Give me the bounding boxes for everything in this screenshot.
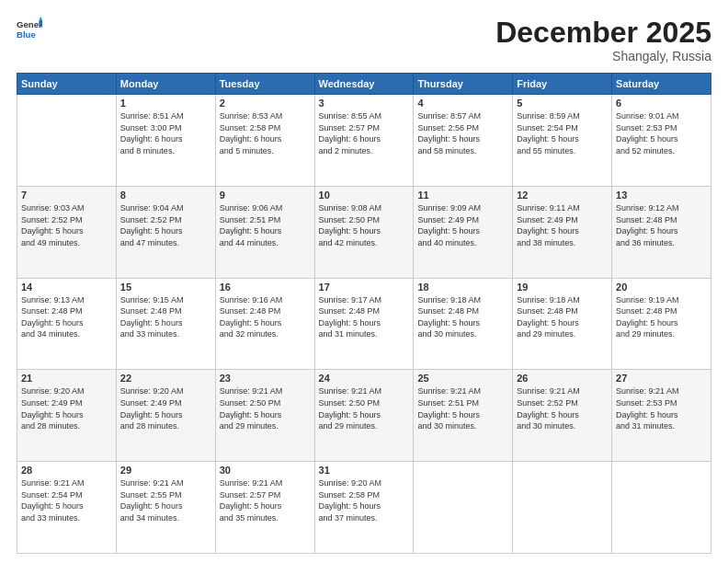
cell-info: Sunrise: 9:21 AM Sunset: 2:51 PM Dayligh… — [417, 385, 508, 431]
calendar-cell: 8Sunrise: 9:04 AM Sunset: 2:52 PM Daylig… — [116, 186, 215, 278]
col-friday: Friday — [513, 74, 612, 95]
cell-info: Sunrise: 9:21 AM Sunset: 2:50 PM Dayligh… — [319, 385, 410, 431]
calendar-cell: 9Sunrise: 9:06 AM Sunset: 2:51 PM Daylig… — [215, 186, 314, 278]
page: General Blue December 2025 Shangaly, Rus… — [0, 0, 728, 563]
col-wednesday: Wednesday — [314, 74, 414, 95]
calendar-cell: 22Sunrise: 9:20 AM Sunset: 2:49 PM Dayli… — [116, 370, 215, 462]
calendar-week-row: 28Sunrise: 9:21 AM Sunset: 2:54 PM Dayli… — [17, 462, 711, 554]
day-number: 29 — [120, 465, 211, 476]
day-number: 27 — [616, 373, 707, 384]
calendar-cell: 29Sunrise: 9:21 AM Sunset: 2:55 PM Dayli… — [116, 462, 215, 554]
calendar-cell: 12Sunrise: 9:11 AM Sunset: 2:49 PM Dayli… — [513, 186, 612, 278]
calendar-week-row: 7Sunrise: 9:03 AM Sunset: 2:52 PM Daylig… — [17, 186, 711, 278]
day-number: 22 — [120, 373, 211, 384]
day-number: 31 — [319, 465, 410, 476]
cell-info: Sunrise: 9:16 AM Sunset: 2:48 PM Dayligh… — [220, 294, 311, 340]
calendar-cell: 4Sunrise: 8:57 AM Sunset: 2:56 PM Daylig… — [414, 95, 513, 187]
calendar-cell: 16Sunrise: 9:16 AM Sunset: 2:48 PM Dayli… — [215, 278, 314, 370]
calendar-cell: 30Sunrise: 9:21 AM Sunset: 2:57 PM Dayli… — [215, 462, 314, 554]
day-number: 9 — [220, 190, 311, 201]
day-number: 5 — [517, 98, 608, 109]
cell-info: Sunrise: 9:18 AM Sunset: 2:48 PM Dayligh… — [517, 294, 608, 340]
cell-info: Sunrise: 9:18 AM Sunset: 2:48 PM Dayligh… — [417, 294, 508, 340]
col-saturday: Saturday — [612, 74, 711, 95]
day-number: 15 — [120, 282, 211, 293]
cell-info: Sunrise: 9:19 AM Sunset: 2:48 PM Dayligh… — [616, 294, 707, 340]
day-number: 23 — [220, 373, 311, 384]
calendar-week-row: 1Sunrise: 8:51 AM Sunset: 3:00 PM Daylig… — [17, 95, 711, 187]
cell-info: Sunrise: 9:15 AM Sunset: 2:48 PM Dayligh… — [120, 294, 211, 340]
day-number: 28 — [21, 465, 112, 476]
day-number: 16 — [220, 282, 311, 293]
col-monday: Monday — [116, 74, 215, 95]
calendar-week-row: 14Sunrise: 9:13 AM Sunset: 2:48 PM Dayli… — [17, 278, 711, 370]
cell-info: Sunrise: 9:08 AM Sunset: 2:50 PM Dayligh… — [319, 202, 410, 248]
cell-info: Sunrise: 8:51 AM Sunset: 3:00 PM Dayligh… — [120, 110, 211, 156]
month-title: December 2025 — [495, 17, 711, 49]
day-number: 8 — [120, 190, 211, 201]
cell-info: Sunrise: 9:11 AM Sunset: 2:49 PM Dayligh… — [517, 202, 608, 248]
col-sunday: Sunday — [17, 74, 117, 95]
calendar-cell: 1Sunrise: 8:51 AM Sunset: 3:00 PM Daylig… — [116, 95, 215, 187]
calendar-cell: 17Sunrise: 9:17 AM Sunset: 2:48 PM Dayli… — [314, 278, 414, 370]
calendar-cell: 21Sunrise: 9:20 AM Sunset: 2:49 PM Dayli… — [17, 370, 117, 462]
day-number: 21 — [21, 373, 112, 384]
svg-marker-3 — [40, 17, 43, 20]
title-block: December 2025 Shangaly, Russia — [495, 17, 711, 63]
cell-info: Sunrise: 9:20 AM Sunset: 2:58 PM Dayligh… — [319, 477, 410, 523]
calendar-cell — [414, 462, 513, 554]
calendar-cell: 3Sunrise: 8:55 AM Sunset: 2:57 PM Daylig… — [314, 95, 414, 187]
svg-text:General: General — [17, 19, 42, 29]
cell-info: Sunrise: 9:21 AM Sunset: 2:57 PM Dayligh… — [220, 477, 311, 523]
day-number: 7 — [21, 190, 112, 201]
cell-info: Sunrise: 9:17 AM Sunset: 2:48 PM Dayligh… — [319, 294, 410, 340]
col-tuesday: Tuesday — [215, 74, 314, 95]
day-number: 30 — [220, 465, 311, 476]
day-number: 17 — [319, 282, 410, 293]
calendar-cell: 20Sunrise: 9:19 AM Sunset: 2:48 PM Dayli… — [612, 278, 711, 370]
day-number: 10 — [319, 190, 410, 201]
day-number: 18 — [417, 282, 508, 293]
day-number: 20 — [616, 282, 707, 293]
cell-info: Sunrise: 9:20 AM Sunset: 2:49 PM Dayligh… — [21, 385, 112, 431]
cell-info: Sunrise: 9:21 AM Sunset: 2:53 PM Dayligh… — [616, 385, 707, 431]
calendar-cell: 7Sunrise: 9:03 AM Sunset: 2:52 PM Daylig… — [17, 186, 117, 278]
cell-info: Sunrise: 9:21 AM Sunset: 2:55 PM Dayligh… — [120, 477, 211, 523]
calendar-cell: 28Sunrise: 9:21 AM Sunset: 2:54 PM Dayli… — [17, 462, 117, 554]
calendar-cell: 18Sunrise: 9:18 AM Sunset: 2:48 PM Dayli… — [414, 278, 513, 370]
calendar-cell: 15Sunrise: 9:15 AM Sunset: 2:48 PM Dayli… — [116, 278, 215, 370]
cell-info: Sunrise: 8:53 AM Sunset: 2:58 PM Dayligh… — [220, 110, 311, 156]
calendar-cell — [513, 462, 612, 554]
cell-info: Sunrise: 8:59 AM Sunset: 2:54 PM Dayligh… — [517, 110, 608, 156]
calendar-cell: 11Sunrise: 9:09 AM Sunset: 2:49 PM Dayli… — [414, 186, 513, 278]
calendar-cell: 25Sunrise: 9:21 AM Sunset: 2:51 PM Dayli… — [414, 370, 513, 462]
calendar-cell: 10Sunrise: 9:08 AM Sunset: 2:50 PM Dayli… — [314, 186, 414, 278]
day-number: 6 — [616, 98, 707, 109]
calendar-cell: 6Sunrise: 9:01 AM Sunset: 2:53 PM Daylig… — [612, 95, 711, 187]
logo: General Blue — [17, 17, 42, 42]
cell-info: Sunrise: 9:09 AM Sunset: 2:49 PM Dayligh… — [417, 202, 508, 248]
cell-info: Sunrise: 9:06 AM Sunset: 2:51 PM Dayligh… — [220, 202, 311, 248]
calendar-cell: 19Sunrise: 9:18 AM Sunset: 2:48 PM Dayli… — [513, 278, 612, 370]
cell-info: Sunrise: 9:21 AM Sunset: 2:54 PM Dayligh… — [21, 477, 112, 523]
cell-info: Sunrise: 9:01 AM Sunset: 2:53 PM Dayligh… — [616, 110, 707, 156]
cell-info: Sunrise: 8:55 AM Sunset: 2:57 PM Dayligh… — [319, 110, 410, 156]
cell-info: Sunrise: 9:21 AM Sunset: 2:52 PM Dayligh… — [517, 385, 608, 431]
calendar-cell: 23Sunrise: 9:21 AM Sunset: 2:50 PM Dayli… — [215, 370, 314, 462]
calendar-cell: 2Sunrise: 8:53 AM Sunset: 2:58 PM Daylig… — [215, 95, 314, 187]
location: Shangaly, Russia — [495, 49, 711, 63]
cell-info: Sunrise: 8:57 AM Sunset: 2:56 PM Dayligh… — [417, 110, 508, 156]
svg-text:Blue: Blue — [17, 29, 36, 40]
calendar-cell: 26Sunrise: 9:21 AM Sunset: 2:52 PM Dayli… — [513, 370, 612, 462]
cell-info: Sunrise: 9:21 AM Sunset: 2:50 PM Dayligh… — [220, 385, 311, 431]
day-number: 4 — [417, 98, 508, 109]
calendar-header-row: Sunday Monday Tuesday Wednesday Thursday… — [17, 74, 711, 95]
cell-info: Sunrise: 9:03 AM Sunset: 2:52 PM Dayligh… — [21, 202, 112, 248]
day-number: 11 — [417, 190, 508, 201]
day-number: 3 — [319, 98, 410, 109]
calendar-cell: 14Sunrise: 9:13 AM Sunset: 2:48 PM Dayli… — [17, 278, 117, 370]
calendar-cell: 5Sunrise: 8:59 AM Sunset: 2:54 PM Daylig… — [513, 95, 612, 187]
day-number: 2 — [220, 98, 311, 109]
calendar-cell — [17, 95, 117, 187]
cell-info: Sunrise: 9:20 AM Sunset: 2:49 PM Dayligh… — [120, 385, 211, 431]
